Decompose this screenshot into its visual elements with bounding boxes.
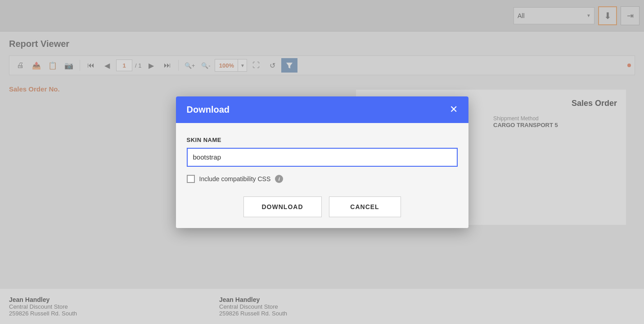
download-button[interactable]: DOWNLOAD bbox=[243, 196, 322, 217]
download-modal: Download ✕ SKIN NAME Include compatibili… bbox=[176, 96, 468, 228]
modal-footer: DOWNLOAD CANCEL bbox=[187, 196, 458, 217]
skin-name-input[interactable] bbox=[187, 148, 458, 167]
info-icon[interactable]: i bbox=[275, 175, 283, 183]
compatibility-checkbox[interactable] bbox=[187, 175, 195, 183]
skin-name-label: SKIN NAME bbox=[187, 137, 458, 143]
modal-close-button[interactable]: ✕ bbox=[450, 105, 458, 114]
modal-body: SKIN NAME Include compatibility CSS i DO… bbox=[176, 123, 468, 228]
modal-header: Download ✕ bbox=[176, 96, 468, 123]
compatibility-label: Include compatibility CSS bbox=[199, 175, 271, 183]
modal-title: Download bbox=[187, 105, 230, 115]
compatibility-checkbox-row: Include compatibility CSS i bbox=[187, 175, 458, 183]
cancel-button[interactable]: CANCEL bbox=[329, 196, 401, 217]
